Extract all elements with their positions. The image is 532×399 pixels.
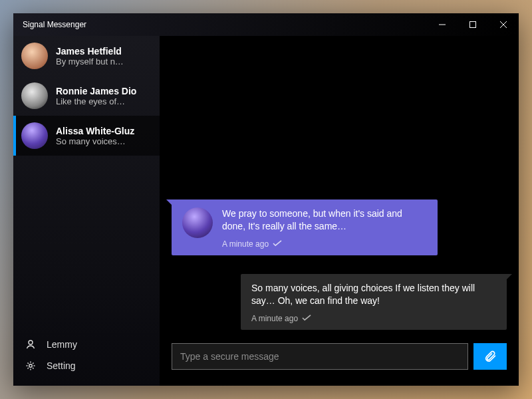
message-input[interactable]	[172, 343, 468, 370]
sidebar: James Hetfield By myself but n… Ronnie J…	[13, 36, 160, 386]
contact-item[interactable]: James Hetfield By myself but n…	[13, 36, 160, 76]
message-outgoing: So many voices, all giving choices If we…	[172, 274, 507, 330]
contact-preview: Like the eyes of…	[56, 96, 136, 106]
gear-icon	[24, 360, 37, 371]
message-time: A minute ago	[251, 314, 298, 323]
attachment-icon	[483, 350, 497, 363]
contact-text: Ronnie James Dio Like the eyes of…	[56, 86, 136, 106]
contact-text: James Hetfield By myself but n…	[56, 46, 124, 66]
message-text: So many voices, all giving choices If we…	[251, 282, 496, 307]
contact-item-selected[interactable]: Alissa White-Gluz So many voices…	[13, 116, 160, 156]
contact-text: Alissa White-Gluz So many voices…	[56, 126, 134, 146]
minimize-button[interactable]	[427, 13, 458, 36]
svg-point-5	[29, 364, 32, 367]
check-icon	[273, 239, 282, 249]
contact-name: James Hetfield	[56, 46, 124, 57]
close-icon	[500, 21, 507, 28]
check-icon	[302, 314, 311, 323]
app-window: Signal Messenger James Hetfield By mysel…	[13, 13, 519, 386]
titlebar: Signal Messenger	[13, 13, 519, 36]
avatar	[21, 122, 48, 149]
attach-button[interactable]	[473, 343, 507, 370]
settings-label: Setting	[47, 360, 76, 371]
contact-preview: So many voices…	[56, 136, 134, 146]
maximize-button[interactable]	[458, 13, 488, 36]
compose-bar	[172, 343, 507, 370]
chat-pane: We pray to someone, but when it's said a…	[160, 36, 519, 386]
profile-item[interactable]: Lemmy	[13, 334, 160, 355]
close-button[interactable]	[488, 13, 519, 36]
settings-item[interactable]: Setting	[13, 355, 160, 376]
message-avatar	[182, 207, 213, 238]
message-list: We pray to someone, but when it's said a…	[172, 36, 507, 343]
contact-item[interactable]: Ronnie James Dio Like the eyes of…	[13, 76, 160, 116]
message-bubble: We pray to someone, but when it's said a…	[172, 200, 438, 255]
avatar	[21, 82, 48, 109]
message-meta: A minute ago	[222, 239, 427, 249]
sidebar-bottom: Lemmy Setting	[13, 330, 160, 386]
message-incoming: We pray to someone, but when it's said a…	[172, 200, 507, 255]
maximize-icon	[469, 21, 476, 28]
minimize-icon	[439, 21, 446, 28]
bubble-tail	[166, 200, 173, 206]
message-text: We pray to someone, but when it's said a…	[222, 207, 427, 233]
svg-point-4	[29, 340, 33, 344]
avatar	[21, 43, 48, 69]
person-icon	[24, 339, 37, 350]
message-time: A minute ago	[222, 239, 269, 249]
contact-name: Ronnie James Dio	[56, 86, 136, 96]
bubble-tail	[505, 274, 512, 281]
window-controls	[427, 13, 519, 36]
profile-label: Lemmy	[47, 339, 77, 350]
contact-list: James Hetfield By myself but n… Ronnie J…	[13, 36, 160, 330]
message-bubble: So many voices, all giving choices If we…	[241, 274, 507, 330]
svg-rect-1	[470, 22, 476, 28]
message-meta: A minute ago	[251, 314, 496, 323]
contact-preview: By myself but n…	[56, 57, 124, 66]
app-title: Signal Messenger	[23, 20, 86, 29]
app-body: James Hetfield By myself but n… Ronnie J…	[13, 36, 519, 386]
contact-name: Alissa White-Gluz	[56, 126, 134, 136]
